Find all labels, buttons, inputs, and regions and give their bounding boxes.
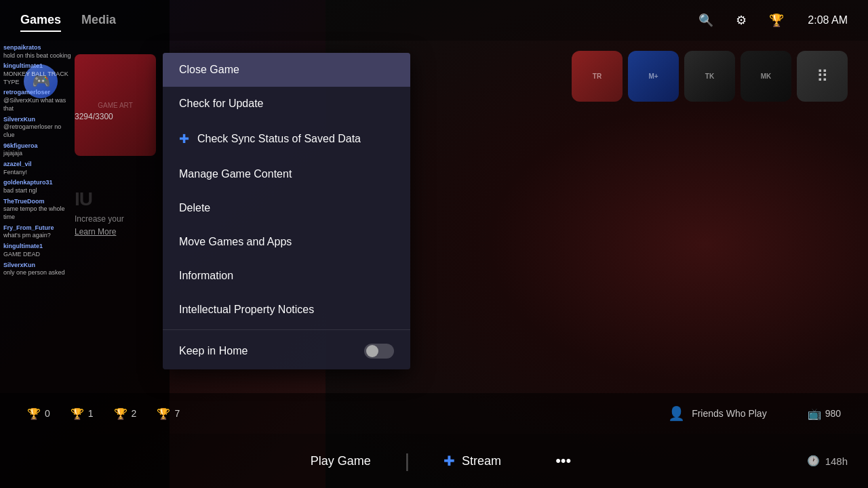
tab-games[interactable]: Games <box>20 9 61 32</box>
menu-item-move-games[interactable]: Move Games and Apps <box>163 225 410 259</box>
chat-item: kingultimate1 GAME DEAD <box>3 243 71 258</box>
menu-item-close-game[interactable]: Close Game <box>163 53 410 87</box>
trophy-group-platinum: 🏆 7 <box>157 407 180 420</box>
chat-panel: senpaikratos hold on this beat cooking k… <box>0 41 75 380</box>
trophy-gold-count: 2 <box>132 408 137 419</box>
stream-ps-icon: ✚ <box>443 453 455 469</box>
context-menu: Close Game Check for Update ✚ Check Sync… <box>163 53 410 369</box>
trophy-group-gold: 🏆 2 <box>114 407 137 420</box>
twitch-count: 980 <box>825 408 841 419</box>
game-art-panel: GAME ART <box>75 54 156 156</box>
thumbnail-all-apps[interactable]: ⠿ <box>797 51 848 102</box>
twitch-badge: 📺 980 <box>808 407 841 420</box>
trophy-silver-count: 1 <box>88 408 94 419</box>
thumbnail-tekken[interactable]: TK <box>684 51 735 102</box>
clock-icon: 🕐 <box>807 455 820 467</box>
thumbnail-tomb-raider[interactable]: TR <box>572 51 623 102</box>
chat-item: 96kfigueroa jajajaja <box>3 142 71 158</box>
nav-tabs: Games Media <box>20 9 695 32</box>
friends-label: Friends Who Play <box>692 408 766 419</box>
player-count-badge: 3294/3300 <box>75 112 113 121</box>
playstation-icon: ✚ <box>179 131 189 146</box>
menu-item-label: Intellectual Property Notices <box>179 304 314 316</box>
menu-item-label: Close Game <box>179 64 239 76</box>
menu-item-check-update[interactable]: Check for Update <box>163 87 410 121</box>
bottom-playtime: 🕐 148h <box>807 455 848 467</box>
menu-item-check-sync[interactable]: ✚ Check Sync Status of Saved Data <box>163 121 410 157</box>
bottom-action-bar: Play Game | ✚ Stream ••• 🕐 148h <box>0 434 868 488</box>
trophy-bronze-count: 0 <box>45 408 50 419</box>
menu-item-label: Keep in Home <box>179 345 248 357</box>
toggle-knob <box>366 345 378 357</box>
settings-icon[interactable]: ⚙ <box>730 9 752 31</box>
chat-item: goldenkapturo31 bad start ngl <box>3 179 71 195</box>
chat-item: retrogamerloser @SilverxKun what was tha… <box>3 89 71 113</box>
game-thumbnails-row: TR M+ TK MK ⠿ <box>572 51 848 102</box>
tab-media[interactable]: Media <box>81 9 116 32</box>
menu-item-delete[interactable]: Delete <box>163 191 410 225</box>
action-separator: | <box>405 450 410 472</box>
chat-item: SilverxKun @retrogamerloser no clue <box>3 116 71 140</box>
chat-item: SilverxKun only one person asked <box>3 262 71 277</box>
menu-item-keep-in-home[interactable]: Keep in Home <box>163 333 410 369</box>
play-game-label: Play Game <box>311 454 371 468</box>
friends-section: 👤 Friends Who Play <box>668 405 766 422</box>
trophy-group-bronze: 🏆 0 <box>27 407 50 420</box>
play-game-action[interactable]: Play Game <box>277 454 405 468</box>
stream-action[interactable]: ✚ Stream <box>410 453 535 469</box>
topbar-icons: 🔍 ⚙ 🏆 2:08 AM <box>695 9 848 31</box>
thumbnail-mk[interactable]: MK <box>741 51 791 102</box>
menu-item-information[interactable]: Information <box>163 259 410 293</box>
thumbnail-monopoly[interactable]: M+ <box>628 51 679 102</box>
trophy-silver-icon: 🏆 <box>71 407 84 420</box>
menu-item-label: Check for Update <box>179 98 264 110</box>
toggle-track <box>364 344 394 359</box>
trophy-bar: 🏆 0 🏆 1 🏆 2 🏆 7 👤 Friends Who Play 📺 980 <box>0 393 868 434</box>
topbar: Games Media 🔍 ⚙ 🏆 2:08 AM <box>0 0 868 41</box>
menu-item-label: Information <box>179 270 233 282</box>
twitch-icon: 📺 <box>808 407 821 420</box>
menu-item-ip-notices[interactable]: Intellectual Property Notices <box>163 293 410 327</box>
chat-item: senpaikratos hold on this beat cooking <box>3 44 71 60</box>
menu-item-label: Check Sync Status of Saved Data <box>197 133 361 145</box>
trophy-platinum-icon: 🏆 <box>157 407 170 420</box>
learn-more-link[interactable]: Learn More <box>75 227 163 237</box>
promo-area: IU Increase your Learn More <box>75 190 163 237</box>
trophy-icon[interactable]: 🏆 <box>766 9 787 31</box>
trophy-platinum-count: 7 <box>174 408 180 419</box>
menu-item-manage-content[interactable]: Manage Game Content <box>163 157 410 191</box>
chat-item: Fry_From_Future what's pm again? <box>3 224 71 240</box>
trophy-bronze-icon: 🏆 <box>27 407 41 420</box>
menu-item-label: Manage Game Content <box>179 168 292 180</box>
trophy-group-silver: 🏆 1 <box>71 407 94 420</box>
trophy-gold-icon: 🏆 <box>114 407 127 420</box>
keep-in-home-toggle[interactable] <box>364 344 394 359</box>
friends-avatar-icon: 👤 <box>668 405 685 422</box>
menu-item-label: Move Games and Apps <box>179 236 292 248</box>
more-options-button[interactable]: ••• <box>535 452 591 470</box>
menu-item-label: Delete <box>179 202 210 214</box>
clock-display: 2:08 AM <box>808 14 848 26</box>
menu-divider <box>163 329 410 330</box>
stream-label: Stream <box>462 454 501 468</box>
chat-item: azazel_vil Fentany! <box>3 161 71 176</box>
chat-item: kingultimate1 MONKEY BALL TRACK TYPE <box>3 62 71 86</box>
search-icon[interactable]: 🔍 <box>695 9 717 31</box>
chat-item: TheTrueDoom same tempo the whole time <box>3 198 71 222</box>
playtime-value: 148h <box>825 455 848 467</box>
